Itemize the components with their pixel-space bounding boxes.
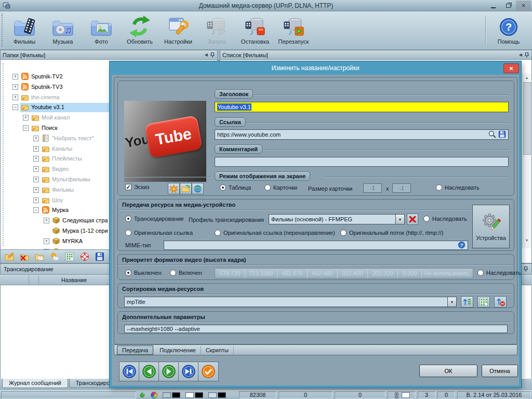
save-icon[interactable]: [95, 251, 105, 262]
collapse-icon[interactable]: −: [23, 125, 29, 131]
book-icon: [42, 135, 49, 143]
cancel-button[interactable]: Отмена: [482, 365, 518, 377]
priority-inherit-radio[interactable]: Наследовать: [477, 270, 521, 276]
cards-mode-radio[interactable]: Карточки: [264, 184, 297, 191]
toolbar-button-stop[interactable]: ♪Остановка: [236, 12, 274, 49]
nav-prev-button[interactable]: [139, 362, 159, 381]
dialog-close-button[interactable]: ×: [503, 63, 519, 73]
expand-icon[interactable]: +: [33, 146, 39, 152]
scroll-up-icon[interactable]: ▲: [523, 74, 531, 82]
edit-folder-icon[interactable]: [4, 251, 15, 262]
default-thumb-icon[interactable]: [168, 183, 180, 194]
priority-on-radio[interactable]: Включен: [170, 270, 202, 276]
transcode-profile-select[interactable]: Фильмы (основной) - FFMPEG ▼: [269, 214, 405, 224]
format-priority-button: 578-720: [215, 269, 245, 278]
title-input[interactable]: Youtube v3.1: [215, 102, 509, 112]
lifebuoy-icon[interactable]: [79, 251, 90, 262]
expand-icon[interactable]: +: [33, 136, 39, 141]
nav-first-button[interactable]: [119, 362, 139, 381]
expand-icon[interactable]: +: [33, 197, 39, 203]
toolbar-button-photo[interactable]: Фото: [82, 12, 121, 49]
transcoding-radio[interactable]: Транскодирование: [125, 216, 184, 222]
toolbar-button-settings[interactable]: Настройки: [159, 12, 197, 49]
restore-button[interactable]: [501, 1, 516, 10]
sort-ascending-button[interactable]: [461, 296, 473, 308]
expand-icon[interactable]: +: [33, 177, 39, 182]
comment-input[interactable]: [215, 157, 509, 167]
link-input[interactable]: https://www.youtube.com: [215, 129, 509, 140]
table-column[interactable]: [0, 275, 29, 285]
expand-icon[interactable]: +: [44, 218, 49, 223]
display-inherit-radio[interactable]: Наследовать: [436, 184, 480, 191]
toolbar-button-refresh[interactable]: Обновить: [121, 12, 159, 49]
search-icon[interactable]: [488, 130, 497, 140]
status-value: 0: [278, 391, 332, 398]
devices-button[interactable]: Устройства: [472, 205, 510, 248]
scroll-down-icon[interactable]: ▼: [523, 236, 531, 244]
bottom-tab-1[interactable]: Журнал сообщений: [2, 379, 68, 388]
original-link-radio[interactable]: Оригинальная ссылка: [125, 230, 193, 236]
minimize-button[interactable]: [486, 1, 501, 10]
weather-icon[interactable]: [49, 251, 60, 262]
table-column-name[interactable]: Название: [39, 275, 110, 285]
thumbnail-checkbox[interactable]: ✓ Эскиз: [125, 184, 149, 190]
save-icon[interactable]: [498, 130, 506, 139]
ok-button[interactable]: ОК: [419, 365, 477, 377]
collapse-icon[interactable]: −: [12, 104, 18, 110]
transfer-group: Передача ресурса на медиа-устройство Тра…: [117, 199, 514, 251]
collapse-icon[interactable]: ◀: [519, 52, 522, 57]
photo-icon: [90, 14, 113, 38]
dialog-tab-3[interactable]: Скрипты: [201, 346, 234, 354]
original-stream-radio[interactable]: Оригинальный поток (http://, rtmp://): [340, 230, 443, 236]
pin-icon[interactable]: [210, 52, 215, 58]
restart-icon: ♪: [282, 14, 305, 38]
sorting-select[interactable]: mpTitle ▼: [124, 297, 457, 307]
expand-icon[interactable]: +: [23, 115, 29, 121]
close-button[interactable]: ×: [516, 1, 531, 10]
sort-disable-button[interactable]: [494, 296, 507, 308]
chevron-down-icon[interactable]: ▼: [395, 215, 404, 224]
expand-icon[interactable]: +: [33, 166, 39, 172]
table-mode-radio[interactable]: Таблица: [220, 184, 251, 191]
cloud-folder-icon[interactable]: [34, 251, 45, 262]
scrollbar-thumb[interactable]: [523, 82, 531, 155]
expand-icon[interactable]: +: [44, 238, 49, 244]
expand-icon[interactable]: +: [33, 187, 39, 193]
nav-last-button[interactable]: [179, 362, 198, 381]
nav-next-button[interactable]: [159, 362, 179, 381]
box-icon: [52, 227, 60, 235]
sort-grid-button[interactable]: [477, 296, 490, 308]
collapse-icon[interactable]: ◀: [205, 52, 208, 57]
pin-icon[interactable]: [524, 52, 529, 58]
open-file-icon[interactable]: [180, 183, 192, 194]
grid-icon[interactable]: [64, 251, 75, 262]
nav-apply-button[interactable]: [198, 362, 218, 381]
toolbar-button-music[interactable]: ♫Музыка: [44, 12, 82, 49]
priority-off-radio[interactable]: Выключен: [125, 270, 162, 276]
folder-rss-icon: [21, 94, 29, 102]
delete-folder-icon[interactable]: [19, 251, 30, 262]
home-media-server-window: Домашний медиа-сервер (UPnP, DLNA, HTTP)…: [0, 0, 532, 399]
help-circle-icon[interactable]: ?: [458, 241, 466, 250]
dialog-tab-2[interactable]: Подключение: [155, 346, 201, 354]
extra-params-input[interactable]: --maxheight=1080 --adaptive: [124, 325, 508, 333]
redirect-link-radio[interactable]: Оригинальная ссылка (перенаправление): [215, 230, 335, 236]
expand-icon[interactable]: +: [12, 84, 18, 90]
toolbar-button-films[interactable]: Фильмы: [5, 12, 44, 49]
chevron-down-icon[interactable]: ▼: [447, 297, 456, 307]
toolbar-button-help[interactable]: ? Помощь: [489, 12, 528, 46]
collapse-icon[interactable]: −: [33, 207, 39, 213]
clear-profile-button[interactable]: [407, 214, 418, 225]
toolbar-button-restart[interactable]: ♪Перезапуск: [274, 12, 313, 49]
pin-icon[interactable]: [523, 266, 528, 272]
expand-icon[interactable]: +: [12, 74, 18, 79]
dialog-tab-1[interactable]: Передача: [117, 345, 153, 355]
toolbar-grip[interactable]: [2, 14, 3, 47]
web-thumb-icon[interactable]: [192, 183, 204, 194]
expand-icon[interactable]: +: [12, 95, 18, 100]
transfer-inherit-radio[interactable]: Наследовать: [423, 216, 467, 222]
mime-input[interactable]: ?: [164, 241, 468, 250]
expand-icon[interactable]: +: [33, 156, 39, 162]
table-column[interactable]: [29, 275, 39, 285]
list-scrollbar[interactable]: ▲ ▼: [522, 74, 531, 248]
